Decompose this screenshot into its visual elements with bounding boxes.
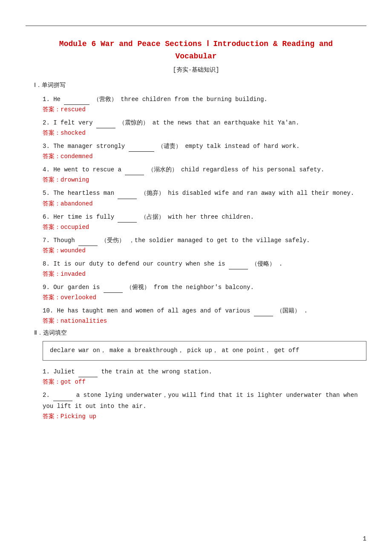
q3-after: empty talk instead of hard work.	[185, 143, 300, 150]
q10-answer: 答案：nationalities	[43, 317, 366, 325]
q8-blank	[229, 269, 248, 269]
q8-before: 8. It is our duty to defend our country …	[43, 260, 225, 267]
q9-answer: 答案：overlooked	[43, 294, 366, 301]
q-ii-1: 1. Juliet the train at the wrong station…	[43, 367, 366, 386]
question-8-text: 8. It is our duty to defend our country …	[43, 259, 366, 269]
question-5-text: 5. The heartless man （抛弃） his disabled w…	[43, 188, 366, 199]
q10-before: 10. He has taught men and women of all a…	[43, 307, 250, 314]
qii2-after: a stone lying underwater，you will find t…	[43, 392, 358, 409]
q1-answer: 答案：rescued	[43, 106, 366, 113]
question-1: 1. He （营救） three children from the burni…	[43, 94, 366, 113]
q5-answer: 答案：abandoned	[43, 200, 366, 208]
qii1-answer: 答案：got off	[43, 378, 366, 386]
q10-blank	[254, 316, 273, 316]
section-i-title: Ⅰ．单词拼写	[34, 81, 366, 89]
page-title: Module 6 War and Peace Sections Ⅰ Introd…	[26, 38, 366, 63]
q4-hint: （溺水的）	[148, 166, 178, 173]
q4-before: 4. He went to rescue a	[43, 166, 121, 173]
subtitle: [夯实·基础知识]	[26, 66, 366, 74]
question-3: 3. The manager strongly （谴责） empty talk …	[43, 141, 366, 160]
q2-answer: 答案：shocked	[43, 129, 366, 137]
question-3-text: 3. The manager strongly （谴责） empty talk …	[43, 141, 366, 152]
question-4: 4. He went to rescue a （溺水的） child regar…	[43, 165, 366, 184]
q10-hint: （国籍）	[277, 307, 300, 314]
q4-answer: 答案：drowning	[43, 176, 366, 184]
q7-blank	[78, 246, 98, 246]
section-ii-title: Ⅱ．选词填空	[34, 329, 366, 337]
q7-before: 7. Though	[43, 237, 75, 244]
q2-before: 2. I felt very	[43, 119, 93, 126]
q8-answer: 答案：invaded	[43, 270, 366, 278]
title-line1: Module 6 War and Peace Sections Ⅰ Introd…	[26, 38, 366, 50]
qii2-blank	[53, 401, 72, 401]
q5-blank	[118, 199, 137, 199]
question-10-text: 10. He has taught men and women of all a…	[43, 306, 366, 316]
q4-blank	[125, 175, 144, 175]
q9-hint: （俯视）	[126, 284, 150, 291]
q5-after: his disabled wife and ran away with all …	[168, 190, 354, 197]
q-ii-2: 2. a stone lying underwater，you will fin…	[43, 390, 366, 420]
q1-before: 1. He	[43, 96, 61, 103]
question-4-text: 4. He went to rescue a （溺水的） child regar…	[43, 165, 366, 175]
q9-blank	[104, 292, 123, 293]
title-line2: Vocabular	[26, 50, 366, 63]
q3-before: 3. The manager strongly	[43, 143, 125, 150]
q9-after: from the neighbor's balcony.	[154, 284, 254, 291]
q1-after: three children from the burning building…	[121, 96, 267, 103]
question-10: 10. He has taught men and women of all a…	[43, 306, 366, 325]
q2-blank	[96, 128, 115, 128]
qii1-before: 1. Juliet	[43, 368, 75, 375]
question-6-text: 6. Her time is fully （占据） with her three…	[43, 212, 366, 223]
q3-hint: （谴责）	[158, 143, 182, 150]
q4-after: child regardless of his personal safety.	[181, 166, 324, 173]
q3-answer: 答案：condemned	[43, 153, 366, 160]
q1-blank	[64, 104, 89, 105]
question-1-text: 1. He （营救） three children from the burni…	[43, 94, 366, 105]
question-2-text: 2. I felt very （震惊的） at the news that an…	[43, 118, 366, 128]
question-9: 9. Our garden is （俯视） from the neighbor'…	[43, 282, 366, 301]
q2-after: at the news that an earthquake hit Ya'an…	[153, 119, 299, 126]
question-9-text: 9. Our garden is （俯视） from the neighbor'…	[43, 282, 366, 293]
q10-after: .	[304, 307, 308, 314]
q1-hint: （营救）	[93, 96, 117, 103]
q8-after: .	[279, 260, 282, 267]
q7-answer: 答案：wounded	[43, 247, 366, 254]
question-6: 6. Her time is fully （占据） with her three…	[43, 212, 366, 231]
q6-hint: （占据）	[141, 214, 164, 220]
question-7-text: 7. Though （受伤） ，the soldier managed to g…	[43, 235, 366, 246]
question-2: 2. I felt very （震惊的） at the news that an…	[43, 118, 366, 137]
q-ii-2-text: 2. a stone lying underwater，you will fin…	[43, 390, 366, 411]
q6-blank	[118, 222, 137, 223]
q6-answer: 答案：occupied	[43, 223, 366, 231]
word-bank: declare war on， make a breakthrough， pic…	[43, 341, 366, 361]
qii1-blank	[78, 377, 98, 377]
q6-before: 6. Her time is fully	[43, 214, 114, 220]
question-8: 8. It is our duty to defend our country …	[43, 259, 366, 278]
qii2-answer: 答案：Picking up	[43, 413, 366, 420]
qii1-after: the train at the wrong station.	[101, 368, 212, 375]
q9-before: 9. Our garden is	[43, 284, 100, 291]
q3-blank	[129, 151, 154, 152]
q7-hint: （受伤）	[101, 237, 125, 244]
question-5: 5. The heartless man （抛弃） his disabled w…	[43, 188, 366, 207]
question-7: 7. Though （受伤） ，the soldier managed to g…	[43, 235, 366, 254]
top-divider	[26, 26, 366, 26]
q7-after: ，the soldier managed to get to the villa…	[129, 237, 310, 244]
page-number: 1	[363, 535, 366, 542]
q2-hint: （震惊的）	[119, 119, 149, 126]
q5-before: 5. The heartless man	[43, 190, 114, 197]
q5-hint: （抛弃）	[141, 190, 164, 197]
q8-hint: （侵略）	[251, 260, 275, 267]
q6-after: with her three children.	[168, 214, 254, 220]
qii2-before: 2.	[43, 392, 50, 399]
q-ii-1-text: 1. Juliet the train at the wrong station…	[43, 367, 366, 377]
